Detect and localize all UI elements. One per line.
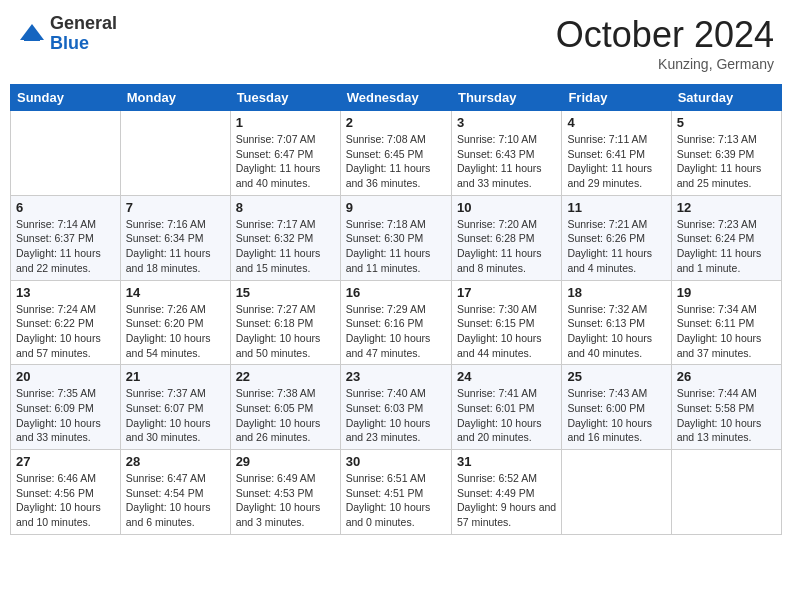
- day-number: 20: [16, 369, 115, 384]
- calendar-cell: 31Sunrise: 6:52 AMSunset: 4:49 PMDayligh…: [451, 450, 561, 535]
- calendar-cell: 17Sunrise: 7:30 AMSunset: 6:15 PMDayligh…: [451, 280, 561, 365]
- day-info: Sunrise: 6:46 AMSunset: 4:56 PMDaylight:…: [16, 471, 115, 530]
- calendar-cell: 2Sunrise: 7:08 AMSunset: 6:45 PMDaylight…: [340, 111, 451, 196]
- calendar-cell: 15Sunrise: 7:27 AMSunset: 6:18 PMDayligh…: [230, 280, 340, 365]
- calendar-cell: [120, 111, 230, 196]
- day-number: 23: [346, 369, 446, 384]
- weekday-header-wednesday: Wednesday: [340, 85, 451, 111]
- calendar-cell: 9Sunrise: 7:18 AMSunset: 6:30 PMDaylight…: [340, 195, 451, 280]
- calendar-cell: 21Sunrise: 7:37 AMSunset: 6:07 PMDayligh…: [120, 365, 230, 450]
- day-info: Sunrise: 6:52 AMSunset: 4:49 PMDaylight:…: [457, 471, 556, 530]
- day-info: Sunrise: 7:37 AMSunset: 6:07 PMDaylight:…: [126, 386, 225, 445]
- calendar-cell: 19Sunrise: 7:34 AMSunset: 6:11 PMDayligh…: [671, 280, 781, 365]
- weekday-header-tuesday: Tuesday: [230, 85, 340, 111]
- calendar-cell: 13Sunrise: 7:24 AMSunset: 6:22 PMDayligh…: [11, 280, 121, 365]
- day-info: Sunrise: 7:24 AMSunset: 6:22 PMDaylight:…: [16, 302, 115, 361]
- weekday-header-friday: Friday: [562, 85, 671, 111]
- day-number: 17: [457, 285, 556, 300]
- week-row-1: 1Sunrise: 7:07 AMSunset: 6:47 PMDaylight…: [11, 111, 782, 196]
- day-number: 19: [677, 285, 776, 300]
- calendar-cell: [562, 450, 671, 535]
- day-number: 10: [457, 200, 556, 215]
- day-info: Sunrise: 7:41 AMSunset: 6:01 PMDaylight:…: [457, 386, 556, 445]
- calendar-cell: 30Sunrise: 6:51 AMSunset: 4:51 PMDayligh…: [340, 450, 451, 535]
- weekday-header-row: SundayMondayTuesdayWednesdayThursdayFrid…: [11, 85, 782, 111]
- week-row-2: 6Sunrise: 7:14 AMSunset: 6:37 PMDaylight…: [11, 195, 782, 280]
- calendar-cell: 3Sunrise: 7:10 AMSunset: 6:43 PMDaylight…: [451, 111, 561, 196]
- calendar-cell: 16Sunrise: 7:29 AMSunset: 6:16 PMDayligh…: [340, 280, 451, 365]
- day-info: Sunrise: 7:16 AMSunset: 6:34 PMDaylight:…: [126, 217, 225, 276]
- calendar-cell: 18Sunrise: 7:32 AMSunset: 6:13 PMDayligh…: [562, 280, 671, 365]
- calendar-cell: 8Sunrise: 7:17 AMSunset: 6:32 PMDaylight…: [230, 195, 340, 280]
- week-row-4: 20Sunrise: 7:35 AMSunset: 6:09 PMDayligh…: [11, 365, 782, 450]
- day-info: Sunrise: 7:29 AMSunset: 6:16 PMDaylight:…: [346, 302, 446, 361]
- day-info: Sunrise: 7:40 AMSunset: 6:03 PMDaylight:…: [346, 386, 446, 445]
- day-info: Sunrise: 7:17 AMSunset: 6:32 PMDaylight:…: [236, 217, 335, 276]
- day-info: Sunrise: 7:34 AMSunset: 6:11 PMDaylight:…: [677, 302, 776, 361]
- calendar-cell: 14Sunrise: 7:26 AMSunset: 6:20 PMDayligh…: [120, 280, 230, 365]
- day-info: Sunrise: 7:21 AMSunset: 6:26 PMDaylight:…: [567, 217, 665, 276]
- calendar-cell: 23Sunrise: 7:40 AMSunset: 6:03 PMDayligh…: [340, 365, 451, 450]
- day-number: 2: [346, 115, 446, 130]
- calendar-cell: 5Sunrise: 7:13 AMSunset: 6:39 PMDaylight…: [671, 111, 781, 196]
- logo: General Blue: [18, 14, 117, 54]
- day-number: 3: [457, 115, 556, 130]
- calendar-cell: 6Sunrise: 7:14 AMSunset: 6:37 PMDaylight…: [11, 195, 121, 280]
- day-number: 9: [346, 200, 446, 215]
- calendar-cell: 7Sunrise: 7:16 AMSunset: 6:34 PMDaylight…: [120, 195, 230, 280]
- calendar-cell: 28Sunrise: 6:47 AMSunset: 4:54 PMDayligh…: [120, 450, 230, 535]
- logo-blue: Blue: [50, 34, 117, 54]
- day-info: Sunrise: 6:51 AMSunset: 4:51 PMDaylight:…: [346, 471, 446, 530]
- logo-text: General Blue: [50, 14, 117, 54]
- month-year: October 2024: [556, 14, 774, 56]
- calendar-cell: [11, 111, 121, 196]
- day-info: Sunrise: 7:35 AMSunset: 6:09 PMDaylight:…: [16, 386, 115, 445]
- day-number: 13: [16, 285, 115, 300]
- calendar-cell: 24Sunrise: 7:41 AMSunset: 6:01 PMDayligh…: [451, 365, 561, 450]
- day-info: Sunrise: 7:18 AMSunset: 6:30 PMDaylight:…: [346, 217, 446, 276]
- page-header: General Blue October 2024 Kunzing, Germa…: [10, 10, 782, 76]
- calendar-cell: 25Sunrise: 7:43 AMSunset: 6:00 PMDayligh…: [562, 365, 671, 450]
- day-info: Sunrise: 7:30 AMSunset: 6:15 PMDaylight:…: [457, 302, 556, 361]
- day-info: Sunrise: 7:38 AMSunset: 6:05 PMDaylight:…: [236, 386, 335, 445]
- day-number: 5: [677, 115, 776, 130]
- day-number: 14: [126, 285, 225, 300]
- day-number: 15: [236, 285, 335, 300]
- calendar-cell: 11Sunrise: 7:21 AMSunset: 6:26 PMDayligh…: [562, 195, 671, 280]
- day-number: 25: [567, 369, 665, 384]
- day-number: 18: [567, 285, 665, 300]
- calendar-cell: 27Sunrise: 6:46 AMSunset: 4:56 PMDayligh…: [11, 450, 121, 535]
- day-number: 12: [677, 200, 776, 215]
- calendar-cell: 22Sunrise: 7:38 AMSunset: 6:05 PMDayligh…: [230, 365, 340, 450]
- calendar: SundayMondayTuesdayWednesdayThursdayFrid…: [10, 84, 782, 535]
- weekday-header-sunday: Sunday: [11, 85, 121, 111]
- day-number: 16: [346, 285, 446, 300]
- day-info: Sunrise: 7:26 AMSunset: 6:20 PMDaylight:…: [126, 302, 225, 361]
- calendar-cell: 1Sunrise: 7:07 AMSunset: 6:47 PMDaylight…: [230, 111, 340, 196]
- day-number: 22: [236, 369, 335, 384]
- day-info: Sunrise: 7:14 AMSunset: 6:37 PMDaylight:…: [16, 217, 115, 276]
- logo-icon: [18, 20, 46, 48]
- day-number: 11: [567, 200, 665, 215]
- title-block: October 2024 Kunzing, Germany: [556, 14, 774, 72]
- day-info: Sunrise: 7:20 AMSunset: 6:28 PMDaylight:…: [457, 217, 556, 276]
- day-number: 28: [126, 454, 225, 469]
- day-number: 27: [16, 454, 115, 469]
- calendar-cell: 26Sunrise: 7:44 AMSunset: 5:58 PMDayligh…: [671, 365, 781, 450]
- weekday-header-saturday: Saturday: [671, 85, 781, 111]
- weekday-header-monday: Monday: [120, 85, 230, 111]
- day-info: Sunrise: 7:07 AMSunset: 6:47 PMDaylight:…: [236, 132, 335, 191]
- calendar-cell: [671, 450, 781, 535]
- calendar-cell: 4Sunrise: 7:11 AMSunset: 6:41 PMDaylight…: [562, 111, 671, 196]
- day-info: Sunrise: 7:11 AMSunset: 6:41 PMDaylight:…: [567, 132, 665, 191]
- day-info: Sunrise: 7:27 AMSunset: 6:18 PMDaylight:…: [236, 302, 335, 361]
- logo-general: General: [50, 14, 117, 34]
- day-info: Sunrise: 7:23 AMSunset: 6:24 PMDaylight:…: [677, 217, 776, 276]
- day-info: Sunrise: 7:08 AMSunset: 6:45 PMDaylight:…: [346, 132, 446, 191]
- week-row-5: 27Sunrise: 6:46 AMSunset: 4:56 PMDayligh…: [11, 450, 782, 535]
- calendar-cell: 29Sunrise: 6:49 AMSunset: 4:53 PMDayligh…: [230, 450, 340, 535]
- day-number: 4: [567, 115, 665, 130]
- day-number: 8: [236, 200, 335, 215]
- weekday-header-thursday: Thursday: [451, 85, 561, 111]
- day-number: 6: [16, 200, 115, 215]
